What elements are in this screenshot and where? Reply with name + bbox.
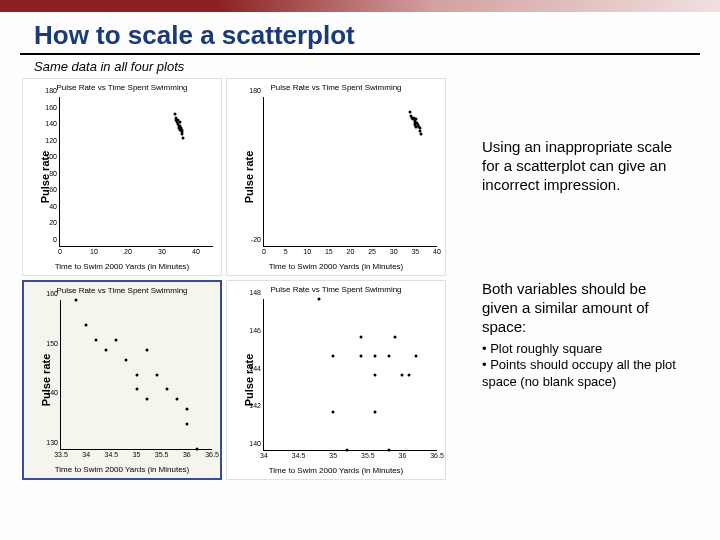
data-point (185, 423, 188, 426)
plot-area: -201800510152025303540 (263, 97, 437, 247)
data-point (181, 133, 184, 136)
data-point (75, 299, 78, 302)
data-point (409, 110, 412, 113)
data-point (175, 398, 178, 401)
data-point (373, 411, 376, 414)
data-point (359, 354, 362, 357)
data-point (408, 373, 411, 376)
data-point (418, 129, 421, 132)
x-axis-label: Time to Swim 2000 Yards (in Minutes) (24, 465, 220, 474)
title-rule (20, 53, 700, 55)
data-point (182, 137, 185, 140)
paragraph-1: Using an inappropriate scale for a scatt… (482, 138, 686, 194)
data-point (125, 358, 128, 361)
data-point (135, 388, 138, 391)
data-point (85, 323, 88, 326)
data-point (346, 449, 349, 452)
scatter-chart-2: Pulse Rate vs Time Spent Swimming Pulse … (226, 78, 446, 276)
data-point (145, 398, 148, 401)
data-point (165, 388, 168, 391)
plot-area: 1401421441461483434.53535.53636.5 (263, 299, 437, 451)
data-point (95, 338, 98, 341)
data-point (359, 335, 362, 338)
x-axis-label: Time to Swim 2000 Yards (in Minutes) (23, 262, 221, 271)
data-point (195, 448, 198, 451)
data-point (318, 298, 321, 301)
x-axis-label: Time to Swim 2000 Yards (in Minutes) (227, 262, 445, 271)
bullet-item: • Points should occupy all the plot spac… (482, 357, 686, 391)
side-text: Using an inappropriate scale for a scatt… (472, 78, 704, 480)
plot-area: 13014015016033.53434.53535.53636.5 (60, 300, 212, 450)
x-axis-label: Time to Swim 2000 Yards (in Minutes) (227, 466, 445, 475)
plot-area: 020406080100120140160180010203040 (59, 97, 213, 247)
data-point (394, 335, 397, 338)
slide-subtitle: Same data in all four plots (34, 59, 720, 74)
data-point (415, 354, 418, 357)
data-point (155, 373, 158, 376)
data-point (185, 408, 188, 411)
data-point (332, 354, 335, 357)
scatter-chart-3: Pulse Rate vs Time Spent Swimming Pulse … (22, 280, 222, 480)
data-point (145, 348, 148, 351)
data-point (419, 133, 422, 136)
content-grid: Pulse Rate vs Time Spent Swimming Pulse … (0, 78, 720, 480)
data-point (373, 354, 376, 357)
scatter-chart-1: Pulse Rate vs Time Spent Swimming Pulse … (22, 78, 222, 276)
y-axis-label: Pulse rate (243, 151, 255, 204)
data-point (401, 373, 404, 376)
bullet-list: • Plot roughly square • Points should oc… (482, 341, 686, 392)
data-point (105, 348, 108, 351)
charts-panel: Pulse Rate vs Time Spent Swimming Pulse … (0, 78, 472, 480)
data-point (173, 112, 176, 115)
data-point (135, 373, 138, 376)
data-point (332, 411, 335, 414)
y-axis-label: Pulse rate (40, 354, 52, 407)
data-point (115, 338, 118, 341)
y-axis-label: Pulse rate (243, 354, 255, 407)
bullet-item: • Plot roughly square (482, 341, 686, 358)
data-point (387, 354, 390, 357)
data-point (387, 449, 390, 452)
data-point (373, 373, 376, 376)
paragraph-2: Both variables should be given a similar… (482, 280, 686, 336)
scatter-chart-4: Pulse Rate vs Time Spent Swimming Pulse … (226, 280, 446, 480)
data-point (178, 120, 181, 123)
slide-title: How to scale a scatterplot (34, 20, 720, 51)
data-point (415, 118, 418, 121)
top-accent-bar (0, 0, 720, 12)
